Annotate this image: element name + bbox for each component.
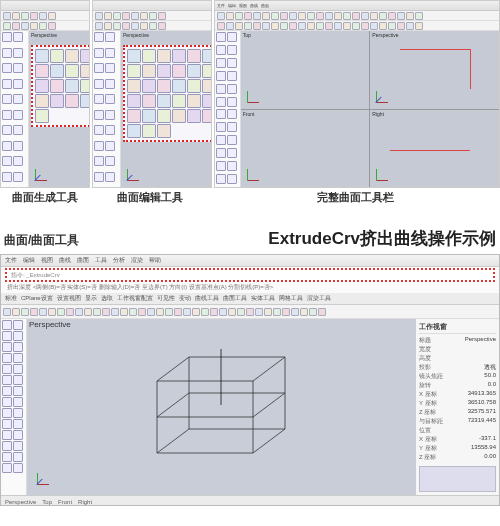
tool-icon[interactable] — [289, 22, 297, 30]
tool-icon[interactable] — [50, 64, 64, 78]
tool-icon[interactable] — [140, 22, 148, 30]
main-toolbar[interactable] — [1, 305, 499, 319]
tool-icon[interactable] — [127, 49, 141, 63]
tool-icon[interactable] — [227, 122, 237, 132]
tool-icon[interactable] — [415, 12, 423, 20]
tool-icon[interactable] — [307, 12, 315, 20]
tab[interactable]: 曲线工具 — [195, 294, 219, 303]
tool-icon[interactable] — [105, 94, 115, 104]
tool-icon[interactable] — [2, 397, 12, 407]
tool-icon[interactable] — [13, 430, 23, 440]
viewport-front[interactable]: Front — [241, 110, 370, 188]
tool-icon[interactable] — [397, 12, 405, 20]
tool-icon[interactable] — [2, 342, 12, 352]
tool-icon[interactable] — [94, 63, 104, 73]
tool-icon[interactable] — [105, 79, 115, 89]
tool-icon[interactable] — [95, 12, 103, 20]
tool-icon[interactable] — [127, 94, 141, 108]
top-toolbar[interactable] — [215, 11, 499, 21]
tool-icon[interactable] — [216, 174, 226, 184]
tool-icon[interactable] — [172, 94, 186, 108]
tool-icon[interactable] — [142, 124, 156, 138]
tool-icon[interactable] — [227, 161, 237, 171]
tool-icon[interactable] — [30, 22, 38, 30]
tool-icon[interactable] — [202, 79, 212, 93]
tool-icon[interactable] — [253, 22, 261, 30]
tool-icon[interactable] — [35, 94, 49, 108]
status-viewport[interactable]: Front — [58, 499, 72, 505]
tool-icon[interactable] — [149, 12, 157, 20]
top-toolbar-2[interactable] — [93, 21, 211, 31]
tool-icon[interactable] — [227, 84, 237, 94]
tool-icon[interactable] — [165, 308, 173, 316]
tool-icon[interactable] — [65, 79, 79, 93]
tool-icon[interactable] — [142, 64, 156, 78]
tool-icon[interactable] — [343, 12, 351, 20]
tool-icon[interactable] — [361, 12, 369, 20]
tab[interactable]: 渲染工具 — [307, 294, 331, 303]
tab[interactable]: 工作视窗配置 — [117, 294, 153, 303]
tool-icon[interactable] — [35, 109, 49, 123]
menubar[interactable] — [93, 1, 211, 11]
tool-icon[interactable] — [397, 22, 405, 30]
tool-icon[interactable] — [227, 135, 237, 145]
tool-icon[interactable] — [2, 331, 12, 341]
tool-icon[interactable] — [147, 308, 155, 316]
tool-icon[interactable] — [127, 124, 141, 138]
tool-icon[interactable] — [227, 148, 237, 158]
tool-icon[interactable] — [48, 22, 56, 30]
status-viewport[interactable]: Top — [42, 499, 52, 505]
tool-icon[interactable] — [13, 353, 23, 363]
tool-icon[interactable] — [228, 308, 236, 316]
viewport-perspective[interactable]: Perspective — [27, 319, 415, 495]
tool-icon[interactable] — [105, 63, 115, 73]
tool-icon[interactable] — [94, 48, 104, 58]
tool-icon[interactable] — [172, 49, 186, 63]
tool-icon[interactable] — [298, 12, 306, 20]
tool-icon[interactable] — [282, 308, 290, 316]
tool-icon[interactable] — [227, 32, 237, 42]
tool-icon[interactable] — [13, 342, 23, 352]
menu-item[interactable]: 工具 — [95, 256, 107, 265]
menu-item[interactable]: 编辑 — [228, 3, 236, 8]
menu-item[interactable]: 渲染 — [131, 256, 143, 265]
tool-icon[interactable] — [35, 49, 49, 63]
tool-icon[interactable] — [227, 97, 237, 107]
tool-icon[interactable] — [298, 22, 306, 30]
tool-icon[interactable] — [94, 32, 104, 42]
tool-icon[interactable] — [50, 94, 64, 108]
tool-icon[interactable] — [142, 109, 156, 123]
tool-icon[interactable] — [2, 452, 12, 462]
tool-icon[interactable] — [219, 308, 227, 316]
top-toolbar-2[interactable] — [1, 21, 89, 31]
tool-icon[interactable] — [2, 156, 12, 166]
tool-icon[interactable] — [2, 441, 12, 451]
command-options[interactable]: 挤出深度 <两侧(B)=否 实体(S)=否 删除输入(D)=否 至边界(T) 方… — [1, 283, 499, 293]
tool-icon[interactable] — [30, 12, 38, 20]
tool-icon[interactable] — [2, 408, 12, 418]
tool-icon[interactable] — [13, 408, 23, 418]
tool-icon[interactable] — [35, 79, 49, 93]
tool-icon[interactable] — [94, 172, 104, 182]
tool-icon[interactable] — [187, 94, 201, 108]
tool-icon[interactable] — [370, 22, 378, 30]
tool-icon[interactable] — [149, 22, 157, 30]
tab[interactable]: 实体工具 — [251, 294, 275, 303]
tool-icon[interactable] — [226, 22, 234, 30]
tool-icon[interactable] — [13, 141, 23, 151]
tool-icon[interactable] — [216, 58, 226, 68]
tool-icon[interactable] — [226, 12, 234, 20]
tab[interactable]: 网格工具 — [279, 294, 303, 303]
surface-create-flyout[interactable] — [31, 45, 90, 127]
tool-icon[interactable] — [94, 156, 104, 166]
viewport-right[interactable]: Right — [370, 110, 499, 188]
tool-icon[interactable] — [201, 308, 209, 316]
tab[interactable]: 选取 — [101, 294, 113, 303]
tool-icon[interactable] — [94, 125, 104, 135]
tool-icon[interactable] — [111, 308, 119, 316]
menubar[interactable] — [1, 1, 89, 11]
tool-icon[interactable] — [105, 48, 115, 58]
tool-icon[interactable] — [217, 12, 225, 20]
side-toolbar[interactable] — [1, 31, 29, 187]
properties-panel[interactable]: 工作视窗 标题Perspective宽度高度投影透视镜头焦距50.0旋转0.0X… — [415, 319, 499, 495]
